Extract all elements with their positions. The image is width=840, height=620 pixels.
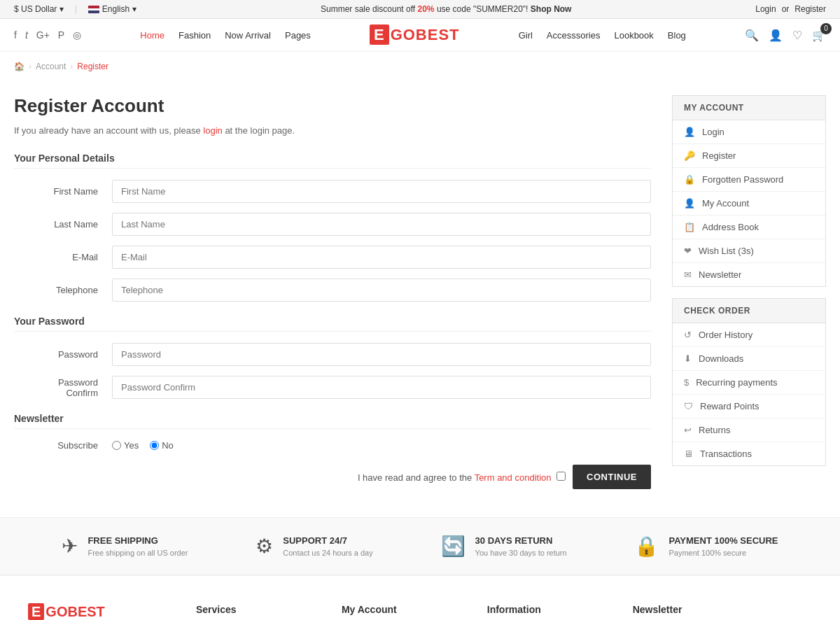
sidebar-item-order-history[interactable]: ↺ Order History [673,323,825,347]
address-icon: 📋 [684,222,695,232]
shop-now-link[interactable]: Shop Now [531,4,572,14]
secure-payment-icon: 🔒 [634,535,659,558]
terms-link[interactable]: Term and condition [475,472,552,483]
plane-icon: ✈ [62,535,78,558]
footer-newsletter-col: Newsletter Register your email for news … [633,604,812,620]
footer-my-account-title: My Account [342,604,459,615]
breadcrumb-home-icon[interactable]: 🏠 [14,62,24,71]
footer-services-col: Services Contact Us Returns Support Site… [196,604,314,620]
feature-support: ⚙ SUPPORT 24/7 Contact us 24 hours a day [255,535,372,558]
login-link-inline[interactable]: login [203,125,222,136]
feature-shipping-desc: Free shipping on all US order [88,549,188,557]
sidebar-item-downloads[interactable]: ⬇ Downloads [673,347,825,371]
terms-checkbox[interactable] [556,472,566,481]
shield-icon: 🛡 [684,401,693,411]
sidebar-item-forgotten-password[interactable]: 🔒 Forgotten Password [673,168,825,192]
sidebar-item-reward-points[interactable]: 🛡 Reward Points [673,395,825,418]
subscribe-radio-group: Yes No [112,440,174,451]
instagram-icon[interactable]: ◎ [73,29,81,41]
cart-icon[interactable]: 🛒 0 [812,29,826,42]
feature-shipping-title: FREE SHIPPING [88,535,188,546]
feature-free-shipping: ✈ FREE SHIPPING Free shipping on all US … [62,535,188,558]
nav-accessories[interactable]: Accesssories [547,30,601,41]
password-input[interactable] [112,343,651,366]
user-icon: 👤 [684,127,695,137]
footer-information-col: Information About Us FAQ Warranty And Se… [487,604,605,620]
telephone-group: Telephone [14,279,651,302]
logo-e: E [370,24,389,45]
nav-fashion[interactable]: Fashion [178,30,211,41]
feature-payment-desc: Payment 100% secure [668,549,778,557]
sidebar-item-newsletter[interactable]: ✉ Newsletter [673,263,825,286]
top-bar: $ US Dollar ▾ | English ▾ Summer sale di… [0,0,840,19]
telephone-input[interactable] [112,279,651,302]
nav-now-arrival[interactable]: Now Arrival [225,30,271,41]
heart-icon: ❤ [684,246,692,256]
sidebar-item-wish-list[interactable]: ❤ Wish List (3s) [673,239,825,263]
continue-button[interactable]: CONTINUE [573,465,651,489]
first-name-input[interactable] [112,180,651,203]
telephone-label: Telephone [14,285,112,295]
nav-home[interactable]: Home [140,30,164,41]
sidebar-item-login[interactable]: 👤 Login [673,120,825,144]
sidebar: MY ACCOUNT 👤 Login 🔑 Register 🔒 Forgotte… [672,95,826,489]
wishlist-icon[interactable]: ♡ [792,29,802,42]
breadcrumb-current: Register [77,62,108,71]
twitter-icon[interactable]: t [25,29,28,41]
terms-text: I have read and agree to the Term and co… [358,472,566,483]
googleplus-icon[interactable]: G+ [36,29,50,41]
nav-pages[interactable]: Pages [285,30,311,41]
footer-newsletter-title: Newsletter [633,604,812,615]
nav-girl[interactable]: Girl [519,30,533,41]
personal-details-heading: Your Personal Details [14,153,651,169]
promo-banner: Summer sale discount off 20% use code "S… [136,4,755,14]
sidebar-item-returns[interactable]: ↩ Returns [673,418,825,442]
page-title: Register Account [14,95,651,117]
nav-blog[interactable]: Blog [668,30,686,41]
password-confirm-input[interactable] [112,376,651,399]
register-link[interactable]: Register [794,4,826,14]
search-icon[interactable]: 🔍 [745,29,759,42]
user-icon[interactable]: 👤 [769,29,783,42]
sidebar-item-my-account[interactable]: 👤 My Account [673,192,825,216]
last-name-input[interactable] [112,213,651,236]
last-name-group: Last Name [14,213,651,236]
sidebar-item-transactions[interactable]: 🖥 Transactions [673,442,825,465]
currency-selector[interactable]: $ US Dollar ▾ [14,4,64,14]
sidebar-item-recurring-payments[interactable]: $ Recurring payments [673,371,825,395]
feature-payment: 🔒 PAYMENT 100% SECURE Payment 100% secur… [634,535,778,558]
email-input[interactable] [112,246,651,269]
breadcrumb-account[interactable]: Account [36,62,66,71]
features-bar: ✈ FREE SHIPPING Free shipping on all US … [0,517,840,575]
feature-return-desc: You have 30 days to return [475,549,567,557]
password-label: Password [14,349,112,360]
logo-text: GOBEST [391,26,460,43]
return-icon: ↩ [684,425,692,435]
first-name-label: First Name [14,186,112,197]
subscribe-no-label[interactable]: No [150,440,174,451]
nav-lookbook[interactable]: Lookbook [614,30,653,41]
transactions-icon: 🖥 [684,449,693,459]
lock-icon: 🔒 [684,174,695,185]
facebook-icon[interactable]: f [14,29,17,41]
dollar-icon: $ [684,377,689,388]
top-bar-right: Login or Register [755,4,826,14]
subscribe-yes-radio[interactable] [112,441,121,450]
sidebar-item-register[interactable]: 🔑 Register [673,144,825,168]
language-selector[interactable]: English ▾ [88,4,136,14]
header-icons: 🔍 👤 ♡ 🛒 0 [745,29,826,42]
footer-my-account-col: My Account Brands Gift Certificates Affi… [342,604,459,620]
intro-text: If you already have an account with us, … [14,125,651,136]
main-content: Register Account If you already have an … [0,81,840,517]
email-icon: ✉ [684,269,692,280]
footer-information-title: Information [487,604,605,615]
pinterest-icon[interactable]: P [58,29,64,41]
footer-content: EGOBEST 📍 184 Main Rd E, St Albans VIC 3… [28,604,812,620]
history-icon: ↺ [684,330,692,340]
login-link[interactable]: Login [755,4,776,14]
cart-count: 0 [820,23,832,34]
subscribe-yes-label[interactable]: Yes [112,440,139,451]
first-name-group: First Name [14,180,651,203]
sidebar-item-address-book[interactable]: 📋 Address Book [673,216,825,239]
subscribe-no-radio[interactable] [150,441,159,450]
